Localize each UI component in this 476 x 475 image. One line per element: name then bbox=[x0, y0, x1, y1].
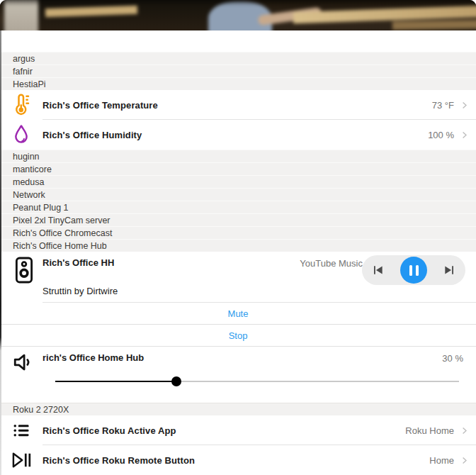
media-controls bbox=[362, 255, 465, 285]
device-row-manticore[interactable]: manticore bbox=[0, 162, 476, 175]
thermometer-icon bbox=[0, 93, 42, 117]
entity-title: Rich's Office Humidity bbox=[42, 130, 428, 140]
mute-button[interactable]: Mute bbox=[0, 303, 476, 325]
mute-label: Mute bbox=[228, 308, 249, 319]
entity-row-temperature[interactable]: Rich's Office Temperature 73 °F bbox=[0, 90, 476, 120]
stop-label: Stop bbox=[229, 330, 248, 341]
chevron-right-icon bbox=[459, 425, 470, 436]
media-player-row[interactable]: Rich's Office HH YouTube Music Struttin … bbox=[0, 252, 476, 303]
speaker-icon bbox=[12, 256, 36, 284]
volume-icon bbox=[11, 350, 36, 374]
list-bulleted-icon bbox=[0, 420, 42, 440]
device-label: Rich's Office Chromecast bbox=[13, 228, 112, 238]
device-row-argus[interactable]: argus bbox=[0, 52, 476, 65]
roku-remote-value: Home bbox=[429, 455, 454, 466]
entity-row-humidity[interactable]: Rich's Office Humidity 100 % bbox=[0, 120, 476, 150]
device-label: manticore bbox=[13, 164, 52, 174]
pause-bar bbox=[409, 265, 412, 276]
skip-next-button[interactable] bbox=[443, 263, 457, 277]
pause-button[interactable] bbox=[400, 257, 427, 284]
temperature-value: 73 °F bbox=[432, 100, 454, 111]
volume-value: 30 % bbox=[442, 353, 463, 364]
device-label: HestiaPi bbox=[13, 79, 46, 89]
volume-slider[interactable] bbox=[55, 376, 459, 386]
entity-title: Rich's Office Temperature bbox=[42, 100, 432, 111]
pause-bar bbox=[416, 265, 419, 276]
chevron-right-icon bbox=[459, 130, 470, 140]
device-row-medusa[interactable]: medusa bbox=[0, 175, 476, 188]
entity-title: Rich's Office Roku Active App bbox=[42, 425, 405, 436]
humidity-value: 100 % bbox=[428, 130, 454, 140]
camera-image bbox=[0, 0, 476, 30]
device-label: Pixel 2xl TinyCam server bbox=[13, 216, 110, 225]
device-row-huginn[interactable]: huginn bbox=[0, 150, 476, 162]
volume-slider-fill bbox=[55, 381, 176, 382]
camera-snapshot[interactable] bbox=[0, 0, 476, 30]
entity-row-roku-remote[interactable]: Rich's Office Roku Remote Button Home bbox=[0, 445, 476, 475]
chevron-right-icon bbox=[459, 455, 470, 466]
device-label: Rich's Office Home Hub bbox=[13, 241, 107, 251]
window-left-edge bbox=[0, 30, 1, 475]
entity-title: Rich's Office Roku Remote Button bbox=[42, 455, 429, 466]
device-label: argus bbox=[13, 54, 35, 64]
entity-row-roku-active-app[interactable]: Rich's Office Roku Active App Roku Home bbox=[0, 415, 476, 445]
volume-slider-thumb[interactable] bbox=[171, 376, 181, 386]
device-row-pixel-tinycam[interactable]: Pixel 2xl TinyCam server bbox=[0, 213, 476, 226]
device-row-office-chromecast[interactable]: Rich's Office Chromecast bbox=[0, 226, 476, 239]
device-label: Roku 2 2720X bbox=[13, 405, 69, 415]
device-row-peanut-plug[interactable]: Peanut Plug 1 bbox=[0, 201, 476, 213]
media-player-title: Rich's Office HH bbox=[42, 257, 114, 268]
device-row-hestiapi[interactable]: HestiaPi bbox=[0, 77, 476, 90]
media-app-name: YouTube Music bbox=[300, 258, 363, 269]
device-row-office-home-hub[interactable]: Rich's Office Home Hub bbox=[0, 239, 476, 252]
device-label: Peanut Plug 1 bbox=[13, 203, 69, 213]
device-label: Network bbox=[13, 190, 45, 200]
device-row-network[interactable]: Network bbox=[0, 188, 476, 201]
device-label: huginn bbox=[13, 152, 40, 162]
volume-title: rich's Office Home Hub bbox=[42, 352, 144, 363]
device-label: medusa bbox=[13, 177, 44, 187]
device-row-fafnir[interactable]: fafnir bbox=[0, 65, 476, 77]
roku-active-app-value: Roku Home bbox=[405, 425, 454, 436]
chevron-right-icon bbox=[459, 100, 470, 111]
spacer bbox=[0, 30, 476, 52]
now-playing-track: Struttin by Dirtwire bbox=[42, 286, 118, 296]
device-label: fafnir bbox=[13, 67, 33, 77]
play-pause-icon bbox=[0, 449, 42, 471]
humidity-droplet-icon bbox=[0, 123, 42, 146]
volume-row[interactable]: rich's Office Home Hub 30 % bbox=[0, 347, 476, 403]
stop-button[interactable]: Stop bbox=[0, 325, 476, 347]
skip-previous-button[interactable] bbox=[370, 263, 385, 277]
device-row-roku[interactable]: Roku 2 2720X bbox=[0, 403, 476, 415]
